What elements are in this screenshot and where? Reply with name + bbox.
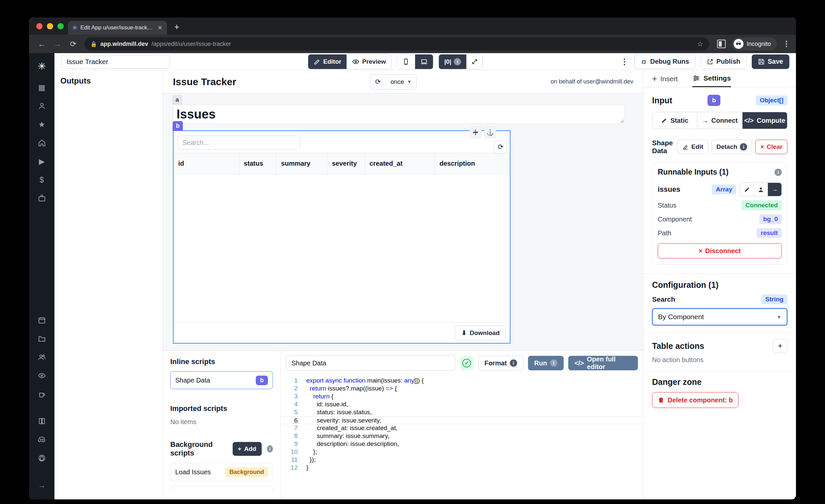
background-script-item[interactable]: Load Issues Background <box>170 463 273 481</box>
fullscreen-button[interactable]: ⤢ <box>466 55 482 69</box>
clear-script-button[interactable]: ×Clear <box>755 140 788 154</box>
save-button[interactable]: Save <box>752 55 790 69</box>
user-input-mode-icon[interactable] <box>754 183 768 196</box>
bookmark-star-icon[interactable]: ☆ <box>697 40 703 48</box>
open-full-editor-button[interactable]: </>Open full editor <box>568 356 638 370</box>
search-mode-select[interactable]: By Component ▼ <box>652 308 788 326</box>
code-line[interactable]: 3 return { <box>281 392 643 401</box>
resize-handle[interactable] <box>620 119 624 123</box>
code-line[interactable]: 11 }); <box>281 456 643 464</box>
detach-script-button[interactable]: Detachi <box>711 140 752 154</box>
refresh-icon[interactable]: ⟳ <box>371 75 386 89</box>
docs-book-icon[interactable] <box>38 417 46 425</box>
anchor-component-icon[interactable]: ⚓ <box>484 126 496 138</box>
resources-icon[interactable] <box>38 194 46 203</box>
code-editor[interactable]: 1export async function main(issues: any[… <box>281 374 643 499</box>
windmill-logo-icon[interactable]: ✳ <box>38 60 46 72</box>
code-line[interactable]: 6 severity: issue.severity, <box>281 416 643 424</box>
run-button[interactable]: Runi <box>528 356 564 370</box>
col-header-created-at[interactable]: created_at <box>365 153 435 174</box>
back-icon[interactable]: ← <box>35 40 48 49</box>
editor-mode-button[interactable]: Editor <box>308 55 347 69</box>
col-header-summary[interactable]: summary <box>277 153 327 174</box>
code-line[interactable]: 7 created_at: issue.created_at, <box>281 424 643 432</box>
code-line[interactable]: 12} <box>281 464 643 472</box>
code-line[interactable]: 9 description: issue.description, <box>281 440 643 448</box>
desktop-view-button[interactable] <box>415 55 433 69</box>
code-line[interactable]: 8 summary: issue.summary, <box>281 432 643 440</box>
add-table-action-button[interactable]: + <box>773 339 788 353</box>
tab-insert[interactable]: +Insert <box>652 70 678 87</box>
tab-close-icon[interactable]: ✕ <box>157 24 163 31</box>
debug-runs-button[interactable]: Debug Runs <box>634 55 695 69</box>
minimize-window-button[interactable] <box>47 23 53 29</box>
macos-traffic-lights[interactable] <box>36 23 64 29</box>
new-tab-button[interactable]: + <box>174 22 179 32</box>
static-input-button[interactable]: Static <box>653 112 697 129</box>
app-canvas: a Issues b ⚓ ⟳ Search. <box>163 93 643 351</box>
background-script-item-partial[interactable] <box>170 486 273 492</box>
collapse-sidebar-arrow-icon[interactable]: → <box>38 481 46 490</box>
folders-icon[interactable] <box>38 334 46 343</box>
connect-input-button[interactable]: →Connect <box>697 112 742 129</box>
col-header-description[interactable]: description <box>435 153 510 174</box>
component-b-badge[interactable]: b <box>172 121 183 131</box>
refresh-mode-select[interactable]: once▼ <box>386 78 416 85</box>
text-component[interactable]: a Issues <box>173 104 625 124</box>
home-icon[interactable] <box>38 139 46 147</box>
zoom-window-button[interactable] <box>57 23 64 29</box>
static-mode-icon[interactable] <box>740 183 754 196</box>
disconnect-button[interactable]: ×Disconnect <box>658 243 782 259</box>
col-header-id[interactable]: id <box>173 153 239 174</box>
format-button[interactable]: Formati <box>478 356 523 370</box>
close-window-button[interactable] <box>36 23 43 29</box>
edit-script-button[interactable]: Edit <box>677 140 708 154</box>
jobs-counter-button[interactable]: |0|i <box>439 55 466 69</box>
code-line[interactable]: 5 status: issue.status, <box>281 408 643 416</box>
delete-component-button[interactable]: Delete component: b <box>652 392 739 408</box>
table-component[interactable]: b ⚓ ⟳ Search... id <box>173 130 511 344</box>
move-component-icon[interactable] <box>470 126 481 138</box>
table-refresh-icon[interactable]: ⟳ <box>494 140 507 153</box>
table-search-input[interactable]: Search... <box>177 136 300 149</box>
groups-users-icon[interactable] <box>38 353 46 361</box>
col-header-severity[interactable]: severity <box>327 153 365 174</box>
refresh-mode-control[interactable]: ⟳ once▼ <box>370 74 417 89</box>
tab-settings[interactable]: Settings <box>692 70 731 87</box>
app-name-input[interactable]: Issue Tracker <box>61 55 170 69</box>
code-line[interactable]: 2 return issues?.map((issue) => { <box>281 384 643 392</box>
outputs-panel: Outputs <box>55 70 163 499</box>
variables-dollar-icon[interactable]: $ <box>40 175 44 184</box>
inline-script-item[interactable]: Shape Data b <box>170 371 273 389</box>
forward-icon[interactable]: → <box>51 40 64 49</box>
mobile-view-button[interactable] <box>397 55 415 69</box>
publish-button[interactable]: Publish <box>700 55 746 69</box>
script-name-input[interactable]: Shape Data <box>286 355 455 371</box>
status-label: Status <box>658 202 676 209</box>
browser-menu-icon[interactable]: ⋮ <box>783 40 790 48</box>
connect-mode-icon[interactable]: → <box>768 183 781 196</box>
address-bar[interactable]: 🔒 app.windmill.dev /apps/edit/u/user/iss… <box>84 37 709 51</box>
tab-search-icon[interactable] <box>717 40 726 48</box>
add-background-script-button[interactable]: +Add <box>233 442 262 456</box>
more-menu-icon[interactable]: ⋮ <box>620 57 628 66</box>
audit-eye-icon[interactable] <box>38 371 46 380</box>
discord-icon[interactable] <box>38 435 46 444</box>
workers-icon[interactable] <box>38 390 46 399</box>
compute-input-button[interactable]: </>Compute <box>742 112 787 129</box>
code-line[interactable]: 1export async function main(issues: any[… <box>281 377 643 384</box>
favorites-star-icon[interactable]: ★ <box>38 120 45 129</box>
component-a-badge[interactable]: a <box>172 95 182 104</box>
schedules-calendar-icon[interactable] <box>38 316 46 325</box>
preview-mode-button[interactable]: Preview <box>347 55 391 69</box>
github-icon[interactable] <box>38 454 46 462</box>
code-line[interactable]: 10 }; <box>281 448 643 456</box>
download-button[interactable]: ⬇Download <box>455 326 506 340</box>
reload-icon[interactable]: ⟳ <box>67 40 80 49</box>
col-header-status[interactable]: status <box>239 153 277 174</box>
apps-grid-icon[interactable]: ▦ <box>38 83 46 92</box>
runs-play-icon[interactable]: ▶ <box>39 157 45 166</box>
user-icon[interactable] <box>38 102 46 110</box>
browser-tab[interactable]: ✳ Edit App u/user/issue-tracker | ✕ <box>68 21 167 34</box>
code-line[interactable]: 4 id: issue.id, <box>281 401 643 408</box>
